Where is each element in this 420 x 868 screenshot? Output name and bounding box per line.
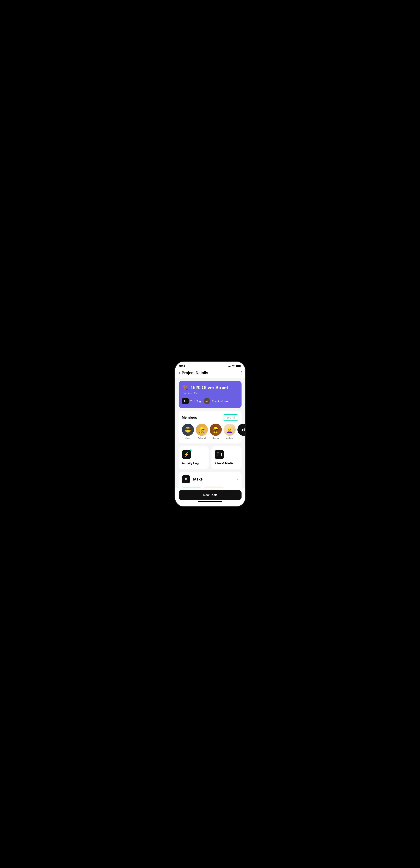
members-title: Members [182,415,197,420]
activity-log-card[interactable]: ⚡ Activity Log [179,446,209,469]
scroll-content: 🏗️ 1520 Oliver Street Houston, TX tt Tas… [175,378,245,488]
more-members-item[interactable]: +5 [237,424,245,436]
battery-icon [236,365,241,367]
status-time: 9:41 [180,364,185,368]
files-media-label: Files & Media [215,462,233,465]
more-members-count: +5 [237,424,245,436]
back-button[interactable]: ‹ [179,371,180,375]
members-row: Jose Edward Jason Melissa +5 [182,424,238,439]
owner-item: 🧔 Paul Anderson [203,398,229,404]
tasks-icon-box: # [182,475,190,483]
quick-actions-row: ⚡ Activity Log Files & Media [179,446,241,469]
notification-dot [190,450,192,451]
members-section: Members See All Jose Edward Jason [179,411,241,443]
project-location: Houston, TX [182,392,238,395]
owner-name: Paul Anderson [212,400,229,403]
bottom-bar: New Task [175,488,245,506]
files-media-card[interactable]: Files & Media [212,446,241,469]
more-button[interactable] [241,371,241,374]
task-tag-icon: tt [182,398,189,404]
lightning-icon: ⚡ [184,452,189,457]
tasks-badges: 16 Ongoing 16 Upcoming 2 Overdue [182,487,238,488]
tasks-label: Tasks [192,477,203,482]
task-tag-label: Task Tag [190,400,201,403]
activity-log-label: Activity Log [182,462,199,465]
status-bar: 9:41 [175,362,245,368]
member-avatar-jose [182,424,194,436]
badge-ongoing[interactable]: 16 Ongoing [182,487,201,488]
activity-log-icon-box: ⚡ [182,450,191,459]
member-jose[interactable]: Jose [182,424,194,439]
member-name-melissa: Melissa [226,437,233,439]
project-meta: tt Task Tag 🧔 Paul Anderson [182,398,238,404]
hash-icon: # [185,477,187,482]
phone-frame: 9:41 ‹ Project Details [175,362,245,506]
member-avatar-melissa [224,424,236,436]
task-tag-item: tt Task Tag [182,398,201,404]
home-indicator [198,501,222,502]
project-card: 🏗️ 1520 Oliver Street Houston, TX tt Tas… [179,381,241,408]
project-name: 1520 Oliver Street [191,385,228,390]
signal-icon [228,365,231,367]
header: ‹ Project Details [175,368,245,378]
member-name-jose: Jose [186,437,190,439]
tasks-chevron-icon[interactable]: › [237,477,238,482]
badge-upcoming[interactable]: 16 Upcoming [203,487,224,488]
member-name-jason: Jason [213,437,219,439]
member-melissa[interactable]: Melissa [224,424,236,439]
files-icon-box [215,450,224,459]
status-icons [228,365,241,367]
page-title: Project Details [182,371,208,375]
member-name-edward: Edward [198,437,205,439]
wifi-icon [232,365,235,367]
member-avatar-edward [196,424,208,436]
project-icon: 🏗️ [182,385,189,391]
member-jason[interactable]: Jason [209,424,222,439]
folder-icon [217,452,222,457]
tasks-section: # Tasks › 16 Ongoing 16 Upcoming 2 Overd… [179,472,241,488]
see-all-button[interactable]: See All [223,414,238,421]
member-avatar-jason [209,424,222,436]
owner-avatar: 🧔 [203,398,210,404]
member-edward[interactable]: Edward [196,424,208,439]
new-task-button[interactable]: New Task [179,490,241,500]
